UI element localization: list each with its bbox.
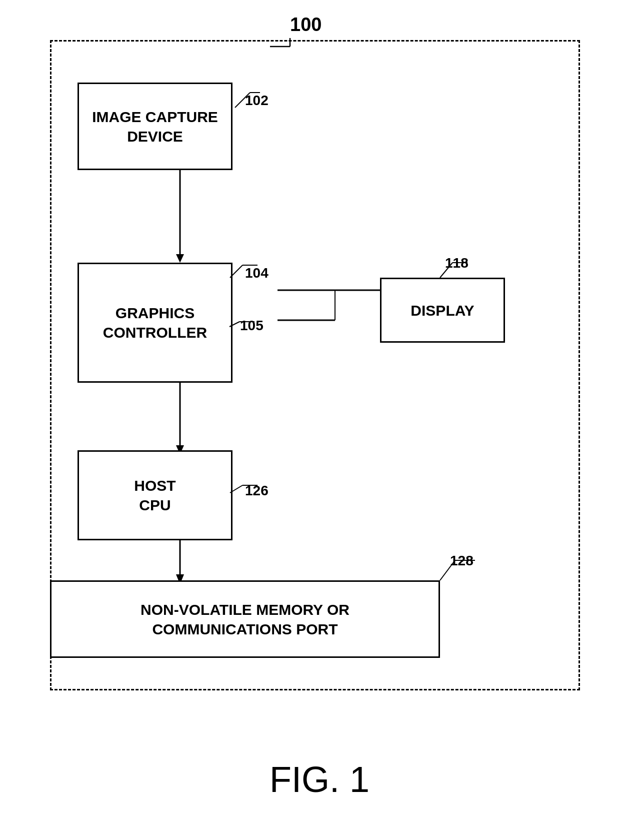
bracket-104 (228, 263, 268, 283)
svg-line-14 (235, 93, 250, 108)
svg-line-18 (230, 322, 240, 327)
bracket-118 (435, 258, 475, 283)
host-cpu-box: HOSTCPU (78, 450, 232, 540)
svg-line-20 (440, 263, 452, 278)
bracket-105 (227, 319, 257, 339)
svg-line-24 (440, 560, 455, 580)
page: 100 IMAGE CAPTUREDEVICE (0, 0, 639, 840)
svg-line-16 (230, 265, 242, 278)
bracket-100 (50, 14, 350, 44)
svg-line-22 (230, 485, 242, 493)
image-capture-label: IMAGE CAPTUREDEVICE (92, 107, 218, 146)
figure-caption: FIG. 1 (270, 759, 370, 800)
graphics-controller-box: GRAPHICSCONTROLLER (78, 263, 232, 383)
bracket-126 (228, 483, 262, 498)
graphics-controller-label: GRAPHICSCONTROLLER (103, 303, 207, 342)
display-box: DISPLAY (380, 278, 505, 343)
host-cpu-label: HOSTCPU (134, 476, 176, 515)
display-label: DISPLAY (410, 301, 474, 320)
image-capture-device-box: IMAGE CAPTUREDEVICE (78, 83, 232, 170)
bracket-128 (435, 555, 480, 585)
bracket-102 (230, 88, 280, 118)
nonvolatile-box: NON-VOLATILE MEMORY ORCOMMUNICATIONS POR… (50, 580, 440, 658)
nonvolatile-label: NON-VOLATILE MEMORY ORCOMMUNICATIONS POR… (140, 600, 350, 639)
